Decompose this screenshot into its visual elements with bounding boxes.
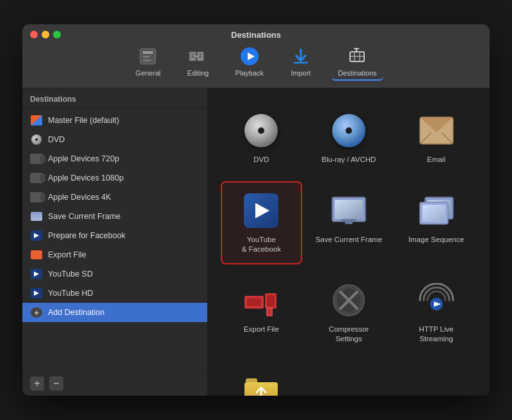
svg-rect-7 (191, 54, 194, 55)
sidebar-item-master-file[interactable]: Master File (default) (22, 111, 207, 130)
main-window: Destinations General (22, 24, 490, 396)
editing-icon (188, 46, 208, 67)
toolbar-item-editing[interactable]: Editing (179, 44, 217, 81)
sidebar: Destinations Master File (default) DVD (22, 88, 208, 396)
remove-destination-button[interactable]: − (49, 376, 63, 391)
svg-rect-29 (267, 295, 275, 307)
export-grid-icon (242, 281, 280, 319)
svg-rect-10 (199, 56, 202, 58)
sidebar-item-apple-1080p[interactable]: Apple Devices 1080p (22, 168, 207, 188)
sidebar-label-dvd: DVD (48, 135, 65, 144)
svg-rect-20 (341, 219, 356, 222)
bluray-icon (330, 111, 368, 150)
toolbar-item-playback[interactable]: Playback (228, 44, 270, 81)
sidebar-item-apple-720p[interactable]: Apple Devices 720p (22, 149, 207, 168)
add-destination-button[interactable]: + (30, 376, 44, 391)
svg-rect-8 (191, 56, 194, 58)
toolbar-label-general: General (136, 69, 161, 77)
dest-save-frame-label: Save Current Frame (316, 235, 382, 245)
dest-email[interactable]: Email (396, 101, 477, 175)
svg-rect-2 (143, 56, 149, 58)
dest-bluray[interactable]: Blu-ray / AVCHD (308, 101, 390, 175)
sidebar-label-apple-1080p: Apple Devices 1080p (48, 174, 124, 182)
export-small-icon (30, 248, 43, 261)
svg-rect-31 (268, 309, 271, 315)
dest-email-label: Email (427, 155, 445, 165)
dest-youtube-facebook[interactable]: YouTube& Facebook (221, 181, 302, 264)
sidebar-footer: + − (22, 371, 207, 396)
compressor-icon (330, 281, 368, 319)
toolbar-label-destinations: Destinations (338, 69, 377, 77)
imgseq-icon (417, 191, 456, 230)
maximize-button[interactable] (53, 31, 61, 38)
dest-youtube-facebook-label: YouTube& Facebook (242, 235, 281, 254)
dest-dvd-label: DVD (253, 155, 269, 165)
window-title: Destinations (231, 30, 281, 40)
sidebar-item-youtube-sd[interactable]: YouTube SD (22, 264, 207, 284)
bundle-icon (242, 371, 280, 396)
svg-rect-1 (143, 51, 153, 54)
svg-rect-25 (422, 205, 445, 222)
toolbar-label-playback: Playback (235, 69, 264, 77)
dest-export-file[interactable]: Export File (221, 271, 302, 354)
sidebar-label-facebook: Prepare for Facebook (48, 231, 125, 240)
sidebar-item-apple-4k[interactable]: Apple Devices 4K (22, 188, 207, 207)
sidebar-label-save-frame: Save Current Frame (48, 212, 120, 221)
sidebar-label-youtube-sd: YouTube SD (48, 270, 93, 279)
facebook-small-icon (30, 229, 43, 242)
sidebar-label-apple-4k: Apple Devices 4K (48, 193, 111, 202)
svg-rect-27 (247, 298, 261, 306)
minimize-button[interactable] (42, 31, 49, 38)
save-frame-grid-icon (330, 191, 368, 230)
sidebar-item-add-destination[interactable]: + Add Destination (22, 303, 207, 322)
close-button[interactable] (30, 31, 38, 38)
dest-hls[interactable]: HTTP Live Streaming (396, 271, 477, 354)
hls-icon (417, 281, 456, 319)
sidebar-item-dvd[interactable]: DVD (22, 130, 207, 149)
toolbar-label-import: Import (291, 69, 310, 77)
sidebar-header: Destinations (22, 88, 207, 108)
import-icon (291, 46, 311, 67)
sidebar-item-facebook[interactable]: Prepare for Facebook (22, 226, 207, 245)
sidebar-label-master-file: Master File (default) (48, 116, 119, 125)
general-icon (138, 46, 158, 67)
save-frame-small-icon (30, 210, 43, 223)
playback-icon (239, 46, 260, 67)
youtube-sd-small-icon (30, 268, 43, 280)
dvd-small-icon (30, 133, 43, 146)
sidebar-item-youtube-hd[interactable]: YouTube HD (22, 284, 207, 303)
svg-rect-19 (335, 200, 363, 219)
dest-bluray-label: Blu-ray / AVCHD (322, 155, 376, 165)
destinations-icon (347, 46, 367, 67)
sidebar-label-add-destination: Add Destination (48, 308, 104, 317)
youtube-hd-small-icon (30, 287, 43, 300)
toolbar-item-general[interactable]: General (129, 44, 167, 81)
dest-dvd[interactable]: DVD (221, 101, 302, 175)
svg-rect-9 (199, 54, 202, 55)
destinations-grid: DVD Blu-ray / AVCHD (208, 88, 490, 396)
apple-device-720p-icon (30, 152, 43, 165)
dest-save-current-frame[interactable]: Save Current Frame (308, 181, 390, 264)
svg-rect-21 (345, 222, 353, 224)
master-icon (30, 114, 43, 127)
dest-bundle[interactable]: Bundle (221, 360, 302, 396)
sidebar-label-youtube-hd: YouTube HD (48, 289, 93, 298)
dest-imgseq-label: Image Sequence (408, 235, 464, 245)
dest-hls-label: HTTP Live Streaming (402, 325, 470, 344)
sidebar-list: Master File (default) DVD Apple Devices … (22, 108, 207, 371)
titlebar-top: Destinations (22, 24, 490, 38)
youtube-fb-icon (242, 191, 280, 230)
apple-device-4k-icon (30, 191, 43, 204)
titlebar: Destinations General (22, 24, 490, 88)
dest-export-file-label: Export File (244, 325, 279, 334)
content-area: Destinations Master File (default) DVD (22, 88, 490, 396)
dest-compressor[interactable]: Compressor Settings (308, 271, 390, 354)
sidebar-item-save-frame[interactable]: Save Current Frame (22, 207, 207, 226)
email-icon (417, 111, 456, 150)
dest-image-sequence[interactable]: Image Sequence (396, 181, 477, 264)
toolbar-item-destinations[interactable]: Destinations (332, 44, 383, 81)
dvd-grid-icon (242, 111, 280, 150)
sidebar-item-export-file[interactable]: Export File (22, 245, 207, 264)
toolbar-item-import[interactable]: Import (282, 44, 320, 81)
toolbar-label-editing: Editing (188, 69, 209, 77)
